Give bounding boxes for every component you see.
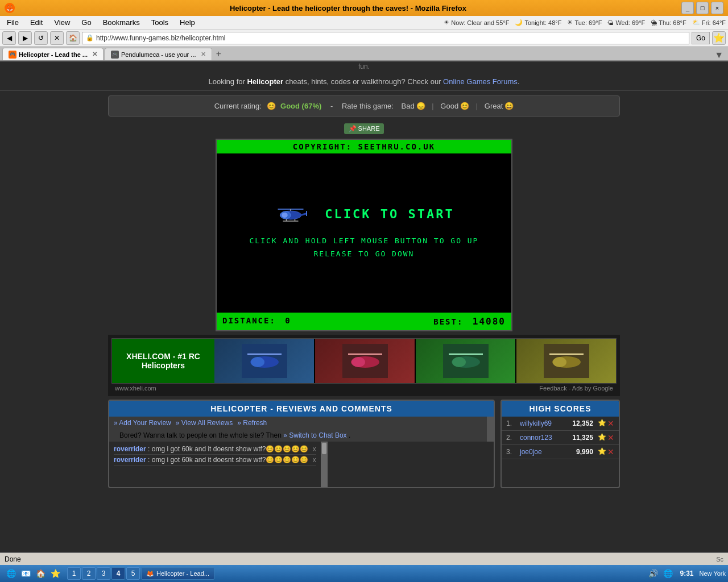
hs-user-1: willykilly69 [520, 419, 562, 427]
forward-button[interactable]: ▶ [18, 31, 32, 45]
cheats-prefix: Looking for [209, 77, 247, 86]
reviews-links-area: » Add Your Review » View All Reviews » R… [109, 417, 494, 442]
taskbar-icon-4[interactable]: ⭐ [49, 567, 61, 580]
taskbar-location: New York [700, 570, 726, 577]
game-container[interactable]: COPYRIGHT: SEETHRU.CO.UK [216, 139, 512, 331]
taskbar-task-num-5[interactable]: 5 [126, 567, 140, 580]
address-bar[interactable]: 🔒 http://www.funny-games.biz/helicopter.… [82, 32, 689, 44]
nav-bar: ◀ ▶ ↺ ✕ 🏠 🔒 http://www.funny-games.biz/h… [0, 30, 728, 47]
review-text-2: : omg i got 60k and it doesnt show wtf?😊… [148, 456, 308, 464]
hs-user-3: joe0joe [520, 448, 562, 456]
hs-icons-2: ⭐ ✕ [598, 433, 614, 442]
weather-tonight-label: Tonight: 48°F [524, 19, 561, 26]
tray-icon-2[interactable]: 🌐 [661, 567, 674, 580]
share-button[interactable]: 📌 SHARE [344, 123, 384, 134]
rating-label: Current rating: [214, 102, 262, 110]
share-area: 📌 SHARE [108, 121, 620, 136]
weather-now-icon: ☀ [444, 19, 449, 26]
ad-bar[interactable]: XHELI.COM - #1 RC Helicopters [108, 335, 620, 396]
address-favicon: 🔒 [86, 34, 94, 41]
hs-rank-3: 3. [506, 448, 518, 456]
maximize-button[interactable]: □ [696, 2, 709, 14]
cheats-link[interactable]: Online Games Forums [443, 77, 518, 86]
chat-link[interactable]: » Switch to Chat Box [283, 431, 346, 439]
tab-close-pendulumeca[interactable]: ✕ [201, 51, 206, 58]
taskbar-task-helicopter[interactable]: 🦊 Helicopter - Lead... [141, 567, 214, 580]
instructions: CLICK AND HOLD LEFT MOUSE BUTTON TO GO U… [250, 234, 479, 261]
rating-separator: - [330, 102, 333, 110]
menu-file[interactable]: File [2, 17, 23, 28]
bored-prefix: Bored? Wanna talk to people on the whole… [119, 431, 283, 439]
review-item-2: roverrider : omg i got 60k and it doesnt… [114, 455, 316, 465]
distance-value: 0 [285, 316, 291, 325]
review-delete-1[interactable]: x [313, 445, 316, 453]
svg-point-16 [351, 357, 365, 367]
tab-scroll-down[interactable]: ▼ [712, 50, 726, 60]
ad-feedback: Feedback - Ads by Google [539, 385, 613, 392]
rate-bad-link[interactable]: Bad 😞 [402, 102, 425, 110]
review-user-2: roverrider [114, 456, 146, 464]
taskbar-task-num-1[interactable]: 1 [67, 567, 81, 580]
rate-great-link[interactable]: Great 😄 [485, 102, 514, 110]
review-delete-2[interactable]: x [313, 456, 316, 464]
window-controls: _ □ × [681, 2, 723, 14]
best-label: BEST: [433, 317, 463, 326]
taskbar-icon-3[interactable]: 🏠 [34, 567, 47, 580]
tab-close-helicopter[interactable]: ✕ [92, 51, 97, 58]
ad-title[interactable]: XHELI.COM - #1 RC Helicopters [112, 339, 214, 383]
tab-favicon-pendulumeca: 🎮 [111, 51, 119, 59]
rate-label: Rate this game: [342, 102, 394, 110]
hs-delete-1[interactable]: ✕ [607, 419, 614, 428]
reload-button[interactable]: ↺ [34, 31, 48, 45]
minimize-button[interactable]: _ [681, 2, 694, 14]
home-button[interactable]: 🏠 [66, 31, 80, 45]
ad-image-2[interactable] [315, 339, 415, 383]
menu-help[interactable]: Help [175, 17, 200, 28]
menu-tools[interactable]: Tools [147, 17, 173, 28]
reviews-scrollbar[interactable] [321, 442, 328, 487]
add-review-link[interactable]: » Add Your Review [114, 419, 171, 427]
taskbar-task-num-4[interactable]: 4 [111, 567, 125, 580]
reviews-scrollbar-top[interactable] [487, 417, 494, 442]
review-item-1: roverrider : omg i got 60k and it doesnt… [114, 444, 316, 455]
ad-image-1[interactable] [214, 339, 314, 383]
menu-go[interactable]: Go [77, 17, 96, 28]
taskbar-icon-1[interactable]: 🌐 [5, 567, 17, 580]
hs-delete-3[interactable]: ✕ [607, 447, 614, 456]
taskbar-task-num-3[interactable]: 3 [97, 567, 110, 580]
taskbar-quick-launch: 🌐 📧 🏠 ⭐ [5, 567, 61, 580]
new-tab-button[interactable]: + [213, 48, 225, 60]
divider2: | [476, 102, 478, 110]
back-button[interactable]: ◀ [2, 31, 16, 45]
weather-now-label: Now: Clear and 55°F [451, 19, 509, 26]
taskbar-icon-2[interactable]: 📧 [19, 567, 32, 580]
ad-image-3[interactable] [416, 339, 515, 383]
weather-thu: 🌦 Thu: 68°F [651, 19, 686, 26]
taskbar-task-num-2[interactable]: 2 [82, 567, 96, 580]
view-reviews-link[interactable]: » View All Reviews [176, 419, 233, 427]
menu-edit[interactable]: Edit [26, 17, 47, 28]
weather-tonight: 🌙 Tonight: 48°F [515, 19, 561, 26]
rate-good-link[interactable]: Good 😊 [440, 102, 469, 110]
go-button[interactable]: Go [692, 32, 710, 44]
ad-image-4[interactable] [516, 339, 616, 383]
close-button[interactable]: × [711, 2, 723, 14]
highscores-header: HIGH SCORES [502, 401, 619, 417]
address-text: http://www.funny-games.biz/helicopter.ht… [96, 34, 225, 42]
tab-helicopter[interactable]: 🎮 Helicopter - Lead the ... ✕ [2, 48, 104, 60]
menu-bookmarks[interactable]: Bookmarks [98, 17, 144, 28]
tab-pendulumeca[interactable]: 🎮 Pendulumeca - use your ... ✕ [105, 48, 212, 60]
page-scroll[interactable]: fun. Looking for Helicopter cheats, hint… [0, 61, 728, 565]
hs-icons-3: ⭐ ✕ [598, 447, 614, 456]
highscore-item-3: 3. joe0joe 9,990 ⭐ ✕ [502, 445, 619, 459]
menu-view[interactable]: View [49, 17, 75, 28]
bookmark-icon[interactable]: ⭐ [712, 31, 726, 45]
tray-icon-1[interactable]: 🔊 [647, 567, 659, 580]
hs-delete-2[interactable]: ✕ [607, 433, 614, 442]
refresh-link[interactable]: » Refresh [237, 419, 267, 427]
taskbar-task-firefox-icon: 🦊 [146, 570, 154, 577]
click-to-start[interactable]: CLICK TO START [325, 207, 454, 221]
stop-button[interactable]: ✕ [50, 31, 64, 45]
game-area[interactable]: CLICK TO START CLICK AND HOLD LEFT MOUSE… [217, 153, 511, 313]
ad-inner[interactable]: XHELI.COM - #1 RC Helicopters [111, 338, 617, 384]
